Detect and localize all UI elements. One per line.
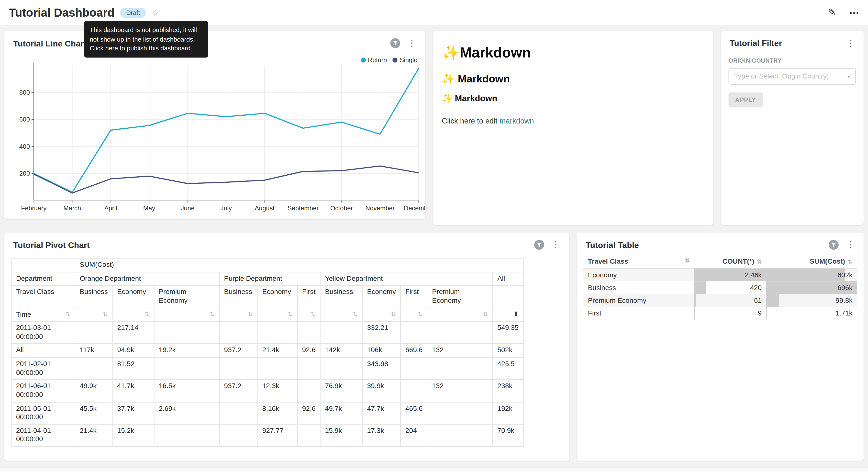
header-actions: ✎ ⋯ xyxy=(828,6,859,19)
pivot-value-cell: 332.21 xyxy=(362,322,401,344)
kebab-menu-icon[interactable]: ⋮ xyxy=(550,240,561,249)
pivot-value-cell xyxy=(297,424,320,447)
svg-text:400: 400 xyxy=(19,143,30,150)
pivot-value-cell xyxy=(401,357,427,380)
sort-icon[interactable]: ⇅ xyxy=(483,311,488,318)
pivot-value-cell: 132 xyxy=(427,380,493,402)
pivot-sort-cell: ⇅ xyxy=(113,308,154,322)
pivot-row: 2011-06-01 00:00:0049.9k41.7k16.5k937.21… xyxy=(11,380,523,402)
pivot-value-cell: 92.6 xyxy=(297,344,320,358)
draft-badge[interactable]: Draft xyxy=(120,7,146,18)
origin-country-select[interactable]: Type or Select [Origin Country] ▾ xyxy=(728,68,856,85)
card-header-icons: ⋮ xyxy=(390,38,417,48)
kebab-menu-icon[interactable]: ⋮ xyxy=(845,38,856,47)
svg-text:December: December xyxy=(404,204,425,212)
unpublished-tooltip[interactable]: This dashboard is not published, it will… xyxy=(84,21,208,57)
pivot-sort-cell: ⇅ xyxy=(427,308,493,322)
pivot-value-cell: 192k xyxy=(493,402,523,424)
pivot-value-cell: 937.2 xyxy=(219,380,257,402)
pivot-time-label: Time⇅ xyxy=(11,308,75,322)
pivot-time-cell: 2011-04-01 00:00:00 xyxy=(11,424,75,447)
table-row: Business420696k xyxy=(583,281,857,294)
svg-text:August: August xyxy=(255,204,275,212)
kebab-menu-icon[interactable]: ⋮ xyxy=(406,39,417,48)
table-header-row: Travel Class⇅COUNT(*)⇅SUM(Cost)⇅ xyxy=(583,255,857,268)
value-bar xyxy=(766,268,844,281)
sort-icon: ⇅ xyxy=(685,258,690,264)
sort-icon[interactable]: ⇅ xyxy=(65,311,70,318)
pivot-value-cell xyxy=(427,357,493,380)
col-header-count[interactable]: COUNT(*)⇅ xyxy=(694,255,766,268)
line-chart: 200400600800FebruaryMarchAprilMayJuneJul… xyxy=(4,57,425,219)
pivot-value-cell: 39.9k xyxy=(362,380,401,402)
pivot-class-col: Premium Economy xyxy=(154,286,219,308)
pivot-value-cell: 47.7k xyxy=(362,402,401,424)
cell-sum: 1.71k xyxy=(766,307,857,319)
value-bar xyxy=(694,281,706,294)
sort-icon[interactable]: ⇅ xyxy=(144,311,149,318)
pivot-class-col: Business xyxy=(75,286,113,308)
filter-indicator-icon[interactable] xyxy=(390,38,400,48)
kebab-menu-icon[interactable]: ⋮ xyxy=(845,240,856,249)
cell-count: 420 xyxy=(694,281,766,294)
edit-pencil-icon[interactable]: ✎ xyxy=(828,7,836,18)
svg-text:600: 600 xyxy=(19,116,30,123)
cell-travel-class: First xyxy=(583,307,694,319)
cell-count: 2.46k xyxy=(694,268,766,281)
svg-text:March: March xyxy=(63,204,81,212)
pivot-dept-col: Yellow Department xyxy=(320,272,493,286)
pivot-value-cell: 8.16k xyxy=(257,402,297,424)
sort-icon[interactable]: ⇅ xyxy=(311,311,316,318)
filter-indicator-icon[interactable] xyxy=(534,240,544,250)
pivot-department-label: Department xyxy=(11,272,75,286)
pivot-sort-cell: ⇅ xyxy=(257,308,297,322)
pivot-measure-row: SUM(Cost) xyxy=(11,258,523,272)
pivot-department-row: DepartmentOrange DepartmentPurple Depart… xyxy=(11,272,523,286)
value-bar xyxy=(694,294,696,307)
markdown-edit-link[interactable]: markdown xyxy=(499,117,534,125)
favorite-star-icon[interactable]: ☆ xyxy=(152,7,159,18)
pivot-dept-col: Orange Department xyxy=(75,272,219,286)
markdown-heading-3: ✨ Markdown xyxy=(442,94,704,104)
pivot-value-cell: 937.2 xyxy=(219,344,257,358)
sort-icon[interactable]: ⇅ xyxy=(210,311,215,318)
table-title: Tutorial Table xyxy=(586,240,829,249)
sort-icon[interactable]: ⇅ xyxy=(391,311,396,318)
pivot-class-col: Economy xyxy=(362,286,401,308)
sort-icon[interactable]: ⇅ xyxy=(103,311,108,318)
markdown-heading-1: ✨Markdown xyxy=(442,44,704,61)
more-menu-icon[interactable]: ⋯ xyxy=(849,6,859,19)
chevron-down-icon: ▾ xyxy=(847,73,850,80)
sort-icon[interactable]: ⇅ xyxy=(417,311,423,318)
pivot-dept-col: All xyxy=(493,272,523,286)
col-header-travel-class[interactable]: Travel Class⇅ xyxy=(583,255,694,268)
pivot-value-cell: 92.6 xyxy=(297,402,320,424)
pivot-value-cell: 106k xyxy=(362,344,401,358)
sort-icon[interactable]: ⇅ xyxy=(352,311,358,318)
pivot-value-cell xyxy=(219,322,257,344)
filter-card: Tutorial Filter ⋮ ORIGIN COUNTRY Type or… xyxy=(721,31,864,225)
svg-text:800: 800 xyxy=(19,89,30,96)
pivot-value-cell xyxy=(401,322,427,344)
filter-indicator-icon[interactable] xyxy=(829,240,839,250)
pivot-class-row: Travel ClassBusinessEconomyPremium Econo… xyxy=(11,286,523,308)
apply-button[interactable]: APPLY xyxy=(728,92,763,107)
pivot-value-cell xyxy=(257,357,297,380)
markdown-paragraph: Click here to edit markdown xyxy=(442,117,704,125)
pivot-value-cell xyxy=(219,402,257,424)
pivot-value-cell xyxy=(320,322,362,344)
pivot-dept-col: Purple Department xyxy=(219,272,320,286)
col-header-sum[interactable]: SUM(Cost)⇅ xyxy=(766,255,857,268)
pivot-value-cell: 238k xyxy=(493,380,523,402)
pivot-sort-row: Time⇅⇅⇅⇅⇅⇅⇅⇅⇅⇅⇅⇓ xyxy=(11,308,523,322)
sort-icon[interactable]: ⇅ xyxy=(248,311,253,318)
svg-text:October: October xyxy=(330,204,353,212)
cell-travel-class: Business xyxy=(583,281,694,294)
pivot-value-cell xyxy=(154,424,219,447)
select-placeholder: Type or Select [Origin Country] xyxy=(734,72,829,81)
sort-icon[interactable]: ⇓ xyxy=(514,311,519,318)
pivot-chart-card: Tutorial Pivot Chart ⋮ SUM(Cost)Departme… xyxy=(4,233,569,461)
pivot-class-col xyxy=(493,286,523,308)
value-bar xyxy=(766,307,766,319)
sort-icon[interactable]: ⇅ xyxy=(287,311,293,318)
